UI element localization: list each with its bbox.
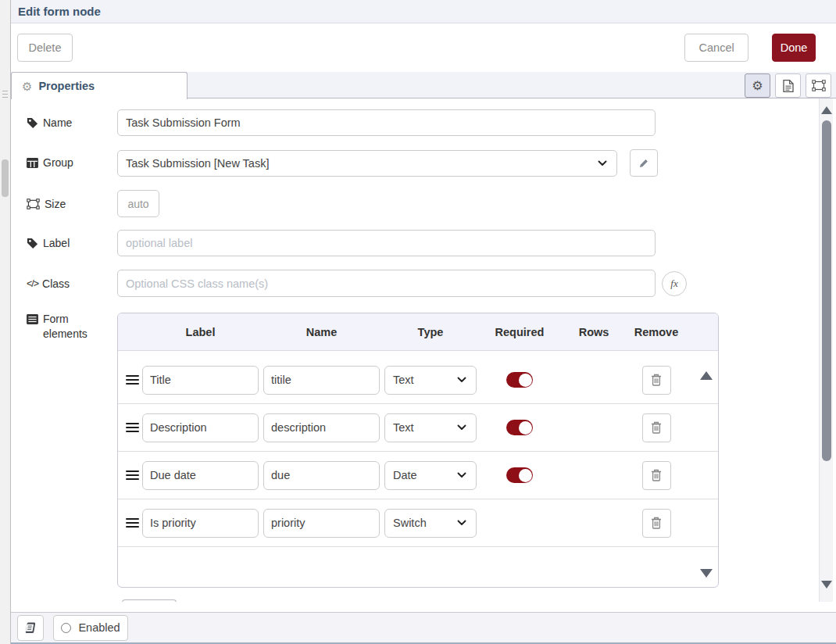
- tab-properties-label: Properties: [38, 80, 95, 92]
- node-help-button[interactable]: [17, 615, 44, 641]
- scrollbar-thumb[interactable]: [822, 120, 831, 461]
- edit-group-button[interactable]: [630, 149, 658, 177]
- element-type-select[interactable]: Text: [384, 366, 477, 395]
- add-element-button-partial[interactable]: [122, 599, 177, 602]
- element-row: Text: [118, 356, 718, 404]
- scroll-down-icon[interactable]: [821, 581, 832, 589]
- element-type-value: Date: [393, 469, 417, 481]
- field-row-label: Label: [11, 230, 836, 256]
- element-type-select[interactable]: Switch: [384, 509, 477, 538]
- properties-panel: Name Group T: [11, 98, 836, 602]
- header-required: Required: [477, 326, 563, 338]
- element-type-value: Switch: [393, 517, 427, 529]
- rail-grip: [2, 91, 8, 100]
- header-type: Type: [384, 326, 477, 338]
- label-label: Label: [43, 237, 70, 249]
- element-type-select[interactable]: Text: [384, 413, 477, 442]
- pencil-icon: [638, 158, 649, 169]
- description-tab-button[interactable]: [775, 73, 801, 98]
- group-select-value: Task Submission [New Task]: [126, 157, 269, 170]
- required-toggle-on[interactable]: [506, 372, 533, 388]
- drag-handle-icon[interactable]: [126, 375, 139, 385]
- enabled-toggle-button[interactable]: Enabled: [53, 615, 128, 641]
- element-label-input[interactable]: [142, 461, 259, 490]
- tag-icon: [27, 117, 38, 129]
- name-input[interactable]: [117, 109, 656, 136]
- gear-icon: ⚙: [752, 80, 763, 92]
- chevron-down-icon: [457, 520, 466, 526]
- label-input[interactable]: [117, 230, 656, 256]
- edit-form-node-dialog: Edit form node Delete Cancel Done ⚙ Prop…: [11, 0, 836, 644]
- chevron-down-icon: [598, 160, 607, 166]
- delete-button[interactable]: Delete: [17, 34, 73, 62]
- required-toggle-on[interactable]: [506, 467, 533, 483]
- size-label: Size: [45, 198, 66, 210]
- header-name: Name: [263, 326, 380, 338]
- cancel-button[interactable]: Cancel: [684, 34, 748, 62]
- object-group-icon: [812, 80, 826, 91]
- drag-handle-icon[interactable]: [126, 470, 139, 481]
- element-type-value: Text: [393, 374, 414, 386]
- size-auto-button[interactable]: auto: [117, 190, 159, 217]
- trash-icon: [651, 374, 662, 386]
- remove-element-button[interactable]: [642, 366, 671, 395]
- dialog-toolbar: Delete Cancel Done: [11, 23, 836, 72]
- status-circle-icon: [61, 623, 71, 633]
- fx-expression-button[interactable]: fx: [662, 271, 687, 296]
- tab-properties[interactable]: ⚙ Properties: [11, 72, 188, 99]
- dialog-title: Edit form node: [11, 0, 836, 23]
- drag-handle-icon[interactable]: [126, 423, 139, 433]
- element-label-input[interactable]: [142, 509, 259, 538]
- done-button[interactable]: Done: [772, 34, 816, 62]
- field-row-name: Name: [11, 109, 836, 136]
- header-rows: Rows: [563, 326, 625, 338]
- group-select[interactable]: Task Submission [New Task]: [117, 150, 617, 177]
- scroll-up-icon[interactable]: [821, 106, 832, 114]
- field-row-group: Group Task Submission [New Task]: [11, 149, 836, 177]
- element-row: Date: [118, 452, 718, 499]
- remove-element-button[interactable]: [642, 461, 671, 490]
- workspace-left-rail: [0, 0, 11, 644]
- rail-scrollbar-thumb[interactable]: [2, 159, 9, 197]
- document-icon: [783, 80, 794, 92]
- element-name-input[interactable]: [263, 461, 380, 490]
- trash-icon: [651, 421, 662, 434]
- name-label: Name: [43, 116, 72, 129]
- element-name-input[interactable]: [263, 366, 380, 395]
- field-row-size: Size auto: [11, 190, 836, 217]
- dialog-scrollbar[interactable]: [819, 98, 833, 602]
- size-icon: [27, 199, 40, 209]
- chevron-down-icon: [457, 472, 466, 478]
- trash-icon: [651, 517, 662, 529]
- chevron-down-icon: [457, 424, 466, 431]
- appearance-tab-button[interactable]: [806, 73, 831, 98]
- element-row: Switch: [118, 499, 718, 547]
- tab-bar: ⚙ Properties ⚙: [11, 72, 836, 98]
- trash-icon: [651, 469, 662, 481]
- element-label-input[interactable]: [142, 366, 259, 395]
- class-input[interactable]: [117, 270, 656, 297]
- element-type-value: Text: [393, 421, 414, 434]
- tag-icon: [27, 238, 38, 249]
- required-toggle-on[interactable]: [506, 420, 533, 435]
- element-type-select[interactable]: Date: [384, 461, 477, 490]
- element-row: Text: [118, 404, 718, 452]
- list-scroll-down-icon[interactable]: [700, 569, 713, 578]
- dialog-footer: Enabled: [11, 602, 836, 644]
- gear-icon: ⚙: [22, 80, 32, 92]
- header-label: Label: [142, 326, 259, 338]
- element-name-input[interactable]: [263, 509, 380, 538]
- chevron-down-icon: [457, 377, 466, 383]
- element-name-input[interactable]: [263, 413, 380, 442]
- properties-tab-button[interactable]: ⚙: [745, 73, 770, 98]
- elements-list: Text: [118, 351, 718, 587]
- table-icon: [27, 158, 38, 168]
- code-icon: </>: [27, 278, 38, 289]
- list-scroll-up-icon[interactable]: [700, 371, 713, 380]
- class-label: Class: [42, 277, 70, 290]
- remove-element-button[interactable]: [642, 509, 671, 538]
- remove-element-button[interactable]: [642, 413, 671, 442]
- group-label: Group: [43, 156, 73, 169]
- element-label-input[interactable]: [142, 413, 259, 442]
- drag-handle-icon[interactable]: [126, 518, 139, 528]
